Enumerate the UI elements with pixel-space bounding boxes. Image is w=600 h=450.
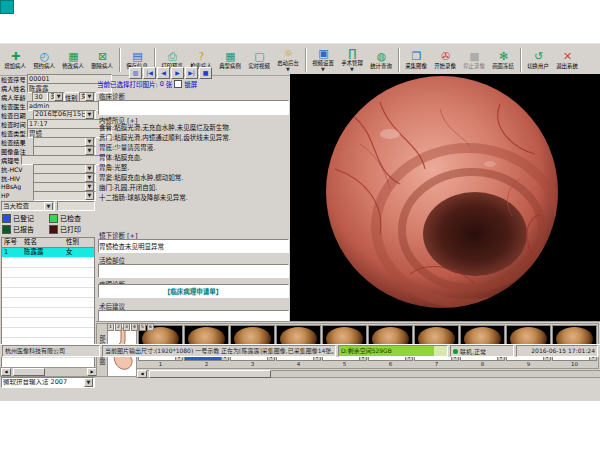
findings-line: 胃体:粘膜充血. [99,153,287,163]
start-backend-icon: ☼ [284,48,294,59]
exam-filter-row: 当天检查 ▼ [0,201,96,211]
toolbar-button-预约病人[interactable]: ◴预约病人 [30,45,59,74]
toolbar-button-label: 实时视频 [249,62,271,68]
findings-line: 胃窦:粘膜充血水肿,蠕动如常. [99,173,287,183]
chevron-down-icon[interactable]: ▼ [350,66,354,72]
record-nav-button[interactable]: ■ [199,67,212,79]
table-empty-row[interactable] [2,328,94,338]
toolbar-button-增加病人[interactable]: ✚增加病人 [1,45,30,74]
findings-line: 贲门:粘膜光滑,内镜通过顺利,齿状线未见异常. [99,133,287,143]
table-cell: 1 [2,248,22,257]
toolbar-button-手术管理[interactable]: ∏手术管理▼ [338,45,367,74]
status-disk-space: D:剩余空间529GB [338,345,448,357]
table-empty-row[interactable] [2,308,94,318]
exam-filter-select[interactable]: 当天检查 ▼ [1,201,55,211]
scroll-left-icon[interactable]: ◀ [137,370,147,378]
toolbar-button-label: 删除病人 [92,62,114,68]
toolbar-button-采集图像[interactable]: ❐采集图像 [402,45,431,74]
record-nav-button[interactable]: ◀ [157,67,170,79]
filmstrip-hscrollbar[interactable]: ◀ [136,370,600,378]
table-empty-row[interactable] [2,268,94,278]
toolbar-button-label: 手术管理 [342,59,364,65]
toolbar-button-修改病人[interactable]: ▦修改病人 [59,45,88,74]
colon-image-graphic [290,74,600,321]
app-corner-icon [0,0,14,14]
scrollbar-thumb[interactable] [149,370,271,378]
status-legend: 已登记已检查已报告已打印 [0,211,96,236]
table-empty-row[interactable] [2,318,94,328]
toolbar-button-视频设置[interactable]: ▣视频设置▼ [309,45,338,74]
legend-item: 已报告 [2,224,47,234]
scrollbar-thumb[interactable] [13,368,45,376]
record-nav-button[interactable]: ▥ [129,67,142,79]
chevron-down-icon[interactable]: ▼ [286,66,290,72]
stomach-position-button[interactable]: 3 [123,323,130,331]
scroll-left-icon[interactable]: ◀ [1,368,11,376]
status-link-text: 联机,正常 [460,347,486,356]
print-selection-row: 当前已选择打印图片: 0 张 锁屏 [97,79,289,89]
toolbar-button-启动后台[interactable]: ☼启动后台▼ [274,45,303,74]
save-icon: ▤ [132,51,142,62]
toolbar-button-label: 预约病人 [34,62,56,68]
form-label: 检查类型 [1,128,26,138]
chevron-down-icon[interactable]: ▼ [84,378,93,387]
toolbar-button-label: 统计查询 [371,62,393,68]
form-select-HP[interactable]: ▼ [33,191,96,201]
toolbar-button-典型病例[interactable]: ▦典型病例 [216,45,245,74]
toolbar-button-实时视频[interactable]: ▢实时视频 [245,45,274,74]
chevron-down-icon[interactable]: ▼ [321,66,325,72]
stomach-position-button[interactable]: 1 [107,323,114,331]
chevron-down-icon[interactable]: ▼ [44,202,53,211]
toolbar-button-切换用户[interactable]: ↺切换用户 [524,45,553,74]
table-empty-row[interactable] [2,298,94,308]
endoscopic-findings-text[interactable]: 食管:粘膜光滑,无充血水肿,未见糜烂及新生物.贲门:粘膜光滑,内镜通过顺利,齿状… [99,123,287,203]
thumbnail-number: 6 [368,361,413,367]
delete-patient-icon: ⊠ [98,51,107,62]
stomach-position-button[interactable]: 4 [131,323,138,331]
chevron-down-icon[interactable]: ▼ [85,191,94,200]
screenshot-root: { "accent": {"teal": "#00a7a7", "selecti… [0,0,600,450]
sex-label: 性别 [65,92,78,102]
video-settings-icon: ▣ [318,48,328,59]
thumbnail-number: 3 [230,361,275,367]
stomach-position-button[interactable]: 6 [147,323,154,331]
toolbar-button-统计查询[interactable]: ◍统计查询 [367,45,396,74]
stomach-position-button[interactable]: 5 [139,323,146,331]
toolbar-button-label: 画面冻结 [493,62,515,68]
table-empty-row[interactable] [2,288,94,298]
endoscopy-live-image[interactable] [290,74,600,321]
table-header-cell: 姓名 [22,238,64,247]
toolbar-button-label: 开始录像 [435,62,457,68]
lock-checkbox[interactable] [174,80,182,88]
statistics-icon: ◍ [377,51,387,62]
toolbar-button-开始录像[interactable]: ✇开始录像 [431,45,460,74]
thumbnail-number: 9 [506,361,551,367]
switch-user-icon: ↺ [534,51,543,62]
record-nav-button[interactable]: ▶| [185,67,198,79]
form-label: HP [1,192,31,200]
toolbar-button-退出系统[interactable]: ✕退出系统 [553,45,582,74]
stomach-position-button[interactable]: 2 [115,323,122,331]
table-empty-row[interactable] [2,278,94,288]
appointment-icon: ◴ [40,51,50,62]
biopsy-site-area[interactable] [98,264,289,278]
endoscopic-diagnosis-text: 胃镜检查未见明显异常 [99,241,287,251]
toolbar-button-label: 修改病人 [63,62,85,68]
legend-swatch [49,225,58,234]
toolbar-button-删除病人[interactable]: ⊠删除病人 [88,45,117,74]
toolbar-button-画面冻结[interactable]: ✻画面冻结 [489,45,518,74]
toolbar-button-停止录像[interactable]: ■停止录像 [460,45,489,74]
online-dot-icon [453,349,458,354]
patient-list-hscrollbar[interactable]: ◀ ▶ [0,367,98,377]
toolbar-button-label: 增加病人 [5,62,27,68]
table-row[interactable]: 1陈露露女 [2,248,94,258]
exam-filter-input[interactable] [57,201,95,211]
freeze-frame-icon: ✻ [499,51,508,62]
pathology-request-link[interactable]: 【临床病理申请单】 [97,286,289,296]
stomach-position-buttons: 123456 [107,323,154,331]
record-nav-button[interactable]: ▶ [171,67,184,79]
ime-select[interactable]: 微软拼音输入法 2007 ▼ [1,377,95,388]
record-nav-button[interactable]: |◀ [143,67,156,79]
clinical-diagnosis-area[interactable] [98,100,289,115]
table-empty-row[interactable] [2,258,94,268]
